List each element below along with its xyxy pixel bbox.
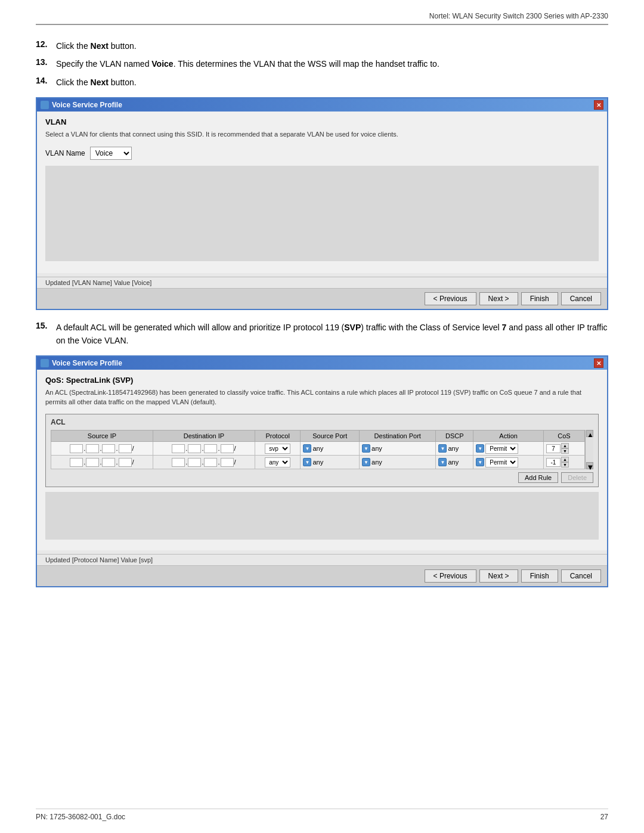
acl-section-label: ACL xyxy=(51,418,593,426)
step-15-bold1: SVP xyxy=(344,323,361,332)
step-14-text2: button. xyxy=(109,78,137,87)
vlan-name-select[interactable]: Voice xyxy=(90,147,132,160)
dialog-vlan-finish-button[interactable]: Finish xyxy=(521,292,558,305)
scrollbar-up-arrow[interactable]: ▲ xyxy=(586,430,593,437)
dialog-qos-title: Voice Service Profile xyxy=(52,359,122,367)
step-14-text1: Click the xyxy=(56,78,91,87)
dscp-value-2: any xyxy=(448,459,459,466)
dst-ip-1-octet3[interactable] xyxy=(204,444,217,453)
dialog-qos-previous-button[interactable]: < Previous xyxy=(425,569,476,583)
dst-ip-2-octet1[interactable] xyxy=(172,458,185,467)
step-14-bold: Next xyxy=(91,78,109,87)
step-14: 14. Click the Next button. xyxy=(36,76,608,89)
scrollbar-down-arrow[interactable]: ▼ xyxy=(586,462,593,469)
cos-down-2[interactable]: ▼ xyxy=(561,462,569,467)
dst-ip-2-octet2[interactable] xyxy=(188,458,201,467)
acl-row1-dscp[interactable]: ▼ any xyxy=(436,442,473,456)
src-ip-2-octet4[interactable] xyxy=(119,458,132,467)
dst-ip-1-octet2[interactable] xyxy=(188,444,201,453)
step-12-bold: Next xyxy=(91,41,109,51)
acl-row1-dst-ip[interactable]: . . . / xyxy=(153,442,255,456)
src-ip-1-octet1[interactable] xyxy=(70,444,83,453)
col-source-ip: Source IP xyxy=(51,431,153,442)
protocol-select-2[interactable]: any svp xyxy=(265,457,290,467)
acl-row2-dscp[interactable]: ▼ any xyxy=(436,456,473,469)
step-12-text2: button. xyxy=(109,41,137,51)
src-ip-2-octet2[interactable] xyxy=(86,458,99,467)
dialog-qos-next-button[interactable]: Next > xyxy=(479,569,518,583)
dialog-qos-finish-button[interactable]: Finish xyxy=(521,569,558,583)
col-destination-port: Destination Port xyxy=(360,431,436,442)
dialog-qos-titlebar-left: Voice Service Profile xyxy=(41,359,122,367)
dialog-vlan-content-area xyxy=(45,166,599,261)
add-rule-button[interactable]: Add Rule xyxy=(518,472,558,483)
vlan-name-label: VLAN Name xyxy=(45,149,85,157)
dialog-vlan: Voice Service Profile ✕ VLAN Select a VL… xyxy=(36,97,608,309)
dialog-qos-cancel-button[interactable]: Cancel xyxy=(561,569,601,583)
cos-input-2[interactable] xyxy=(546,458,561,467)
footer-right: 27 xyxy=(600,813,608,821)
dialog-vlan-status-text: Updated [VLAN Name] Value [Voice] xyxy=(45,279,151,286)
src-ip-1-octet4[interactable] xyxy=(119,444,132,453)
acl-row1-protocol[interactable]: svp any xyxy=(255,442,300,456)
acl-row2-cos[interactable]: ▲ ▼ xyxy=(543,456,584,469)
src-port-value-2: any xyxy=(312,459,323,466)
acl-row2-protocol[interactable]: any svp xyxy=(255,456,300,469)
dst-ip-2-octet4[interactable] xyxy=(221,458,234,467)
acl-row2-dst-port[interactable]: ▼ any xyxy=(360,456,436,469)
step-13-number: 13. xyxy=(36,57,56,70)
acl-row2-action[interactable]: ▼ Permit Deny xyxy=(473,456,544,469)
acl-row-1: . . . / xyxy=(51,442,585,456)
col-protocol: Protocol xyxy=(255,431,300,442)
src-ip-1-octet3[interactable] xyxy=(102,444,115,453)
dst-ip-2-octet3[interactable] xyxy=(204,458,217,467)
acl-actions: Add Rule Delete xyxy=(51,472,593,483)
acl-section: ACL Source IP Destination IP Protocol So… xyxy=(45,414,599,487)
acl-row2-src-port[interactable]: ▼ any xyxy=(301,456,360,469)
dialog-vlan-close-button[interactable]: ✕ xyxy=(594,100,603,110)
cos-input-1[interactable] xyxy=(546,444,561,453)
step-13-content: Specify the VLAN named Voice. This deter… xyxy=(56,57,608,70)
acl-row2-src-ip[interactable]: . . . / xyxy=(51,456,153,469)
dst-port-value-2: any xyxy=(371,459,382,466)
delete-button[interactable]: Delete xyxy=(561,472,593,483)
dialog-qos-footer: < Previous Next > Finish Cancel xyxy=(37,565,607,586)
dscp-icon-2: ▼ xyxy=(438,458,447,466)
acl-row2-dst-ip[interactable]: . . . / xyxy=(153,456,255,469)
dialog-vlan-status-bar: Updated [VLAN Name] Value [Voice] xyxy=(37,277,607,288)
acl-row1-src-port[interactable]: ▼ any xyxy=(301,442,360,456)
protocol-select-1[interactable]: svp any xyxy=(265,444,290,454)
src-ip-1-octet2[interactable] xyxy=(86,444,99,453)
dialog-qos-icon xyxy=(41,359,49,367)
step-14-content: Click the Next button. xyxy=(56,76,608,89)
col-dscp: DSCP xyxy=(436,431,473,442)
acl-row1-cos[interactable]: ▲ ▼ xyxy=(543,442,584,456)
dialog-vlan-previous-button[interactable]: < Previous xyxy=(425,292,476,305)
dialog-qos-status-text: Updated [Protocol Name] Value [svp] xyxy=(45,556,153,563)
step-15-number: 15. xyxy=(36,321,56,348)
step-12-number: 12. xyxy=(36,39,56,52)
acl-row1-src-ip[interactable]: . . . / xyxy=(51,442,153,456)
src-ip-2-octet3[interactable] xyxy=(102,458,115,467)
acl-row1-action[interactable]: ▼ Permit Deny xyxy=(473,442,544,456)
dst-ip-1-octet1[interactable] xyxy=(172,444,185,453)
acl-scrollbar[interactable]: ▲ ▼ xyxy=(585,430,593,469)
action-select-1[interactable]: Permit Deny xyxy=(485,444,518,454)
src-ip-2-octet1[interactable] xyxy=(70,458,83,467)
cos-up-2[interactable]: ▲ xyxy=(561,457,569,462)
dialog-vlan-cancel-button[interactable]: Cancel xyxy=(561,292,601,305)
dst-ip-1-octet4[interactable] xyxy=(221,444,234,453)
cos-up-1[interactable]: ▲ xyxy=(561,443,569,448)
step-12: 12. Click the Next button. xyxy=(36,39,608,52)
dialog-qos: Voice Service Profile ✕ QoS: SpectraLink… xyxy=(36,355,608,587)
acl-row1-dst-port[interactable]: ▼ any xyxy=(360,442,436,456)
dst-port-value-1: any xyxy=(371,445,382,452)
action-select-2[interactable]: Permit Deny xyxy=(485,457,518,467)
dialog-vlan-next-button[interactable]: Next > xyxy=(479,292,518,305)
header-title: Nortel: WLAN Security Switch 2300 Series… xyxy=(429,12,608,20)
src-port-value-1: any xyxy=(312,445,323,452)
cos-down-1[interactable]: ▼ xyxy=(561,448,569,454)
col-source-port: Source Port xyxy=(301,431,360,442)
dialog-qos-close-button[interactable]: ✕ xyxy=(594,358,603,368)
step-15-text1: A default ACL will be generated which wi… xyxy=(56,323,344,332)
